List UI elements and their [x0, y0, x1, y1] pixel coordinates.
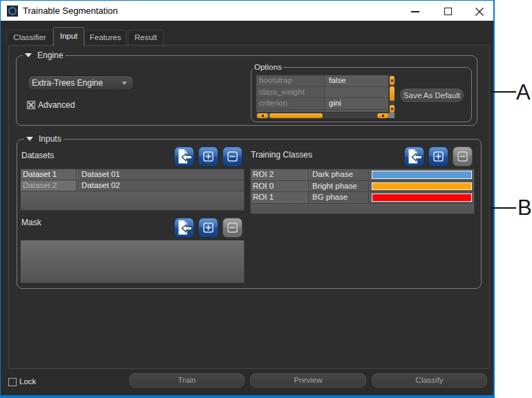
training-classes-table: ROI 2 Dark phase ROI 0 Bright phase ROI …	[250, 169, 475, 214]
dataset-value[interactable]: Dataset 01	[77, 169, 244, 180]
add-icon	[199, 218, 218, 237]
mask-table[interactable]	[20, 240, 245, 283]
color-swatch[interactable]	[372, 193, 472, 202]
close-button[interactable]	[466, 1, 493, 21]
horizontal-scroll-thumb[interactable]	[269, 113, 323, 118]
dropdown-arrow-icon	[122, 82, 127, 85]
datasets-add-button[interactable]	[198, 146, 218, 167]
class-name[interactable]: BG phase	[310, 192, 369, 203]
options-rows: bootstrap false class_weight criterion g…	[256, 75, 389, 113]
mask-add-button[interactable]	[198, 218, 218, 238]
table-row[interactable]: ROI 1 BG phase	[251, 192, 474, 204]
tab-result[interactable]: Result	[128, 30, 164, 45]
annotation-label-a: A	[516, 82, 532, 104]
option-value[interactable]: false	[325, 75, 389, 86]
mask-remove-button[interactable]	[222, 218, 243, 238]
mask-import-button[interactable]	[174, 218, 194, 238]
option-key[interactable]: bootstrap	[256, 75, 325, 86]
class-name[interactable]: Dark phase	[310, 169, 369, 180]
roi-name[interactable]: ROI 1	[251, 192, 309, 203]
remove-icon	[453, 147, 472, 166]
table-row[interactable]: ROI 2 Dark phase	[251, 169, 474, 181]
vertical-scroll-thumb[interactable]	[390, 86, 395, 101]
maximize-button[interactable]	[434, 1, 462, 21]
train-button[interactable]: Train	[129, 373, 245, 388]
inputs-group-title[interactable]: Inputs	[24, 134, 64, 144]
remove-icon	[223, 147, 242, 166]
save-as-default-button[interactable]: Save As Default	[399, 88, 464, 103]
roi-name[interactable]: ROI 2	[251, 169, 309, 180]
table-row[interactable]: Dataset 1 Dataset 01	[21, 169, 244, 180]
option-key[interactable]: criterion	[256, 98, 325, 109]
options-table: bootstrap false class_weight criterion g…	[256, 75, 395, 119]
table-row[interactable]: ROI 0 Bright phase	[251, 181, 474, 193]
class-color-cell[interactable]	[370, 192, 474, 203]
window-title: Trainable Segmentation	[23, 1, 118, 21]
app-window: Trainable Segmentation Classifier Input …	[0, 0, 495, 398]
add-icon	[199, 147, 218, 166]
tab-input[interactable]: Input	[53, 27, 84, 46]
horizontal-scrollbar[interactable]	[256, 112, 390, 118]
scroll-button-dot-icon	[382, 115, 384, 117]
mask-label: Mask	[21, 218, 41, 227]
scroll-button-dot-icon	[262, 115, 264, 117]
training-remove-button[interactable]	[453, 146, 473, 167]
scroll-button-dot-icon	[391, 79, 393, 82]
scroll-right-button[interactable]	[377, 113, 388, 118]
preview-button[interactable]: Preview	[250, 373, 366, 388]
table-row[interactable]: bootstrap false	[256, 75, 389, 87]
engine-group-title[interactable]: Engine	[23, 50, 65, 60]
roi-name[interactable]: ROI 0	[251, 181, 309, 192]
option-value[interactable]	[325, 87, 389, 98]
lock-checkbox[interactable]	[8, 378, 17, 386]
option-key[interactable]: class_weight	[256, 87, 325, 98]
datasets-table: Dataset 1 Dataset 01 Dataset 2 Dataset 0…	[20, 169, 245, 211]
tab-classifier[interactable]: Classifier	[6, 30, 53, 45]
color-swatch[interactable]	[372, 171, 472, 179]
dataset-name[interactable]: Dataset 1	[21, 169, 77, 180]
tab-features[interactable]: Features	[84, 30, 126, 45]
engine-select-value: Extra-Trees Engine	[32, 78, 103, 88]
class-color-cell[interactable]	[370, 181, 474, 192]
engine-group-label: Engine	[37, 50, 63, 60]
maximize-icon	[444, 8, 452, 15]
training-import-button[interactable]	[404, 146, 424, 167]
engine-select[interactable]: Extra-Trees Engine	[28, 75, 134, 91]
datasets-remove-button[interactable]	[222, 146, 243, 167]
app-icon-ring	[8, 7, 17, 15]
options-group-label: Options	[254, 63, 282, 71]
training-add-button[interactable]	[428, 146, 448, 167]
app-icon	[7, 6, 18, 17]
vertical-scrollbar[interactable]	[388, 75, 395, 113]
datasets-import-button[interactable]	[174, 146, 194, 167]
collapse-arrow-icon	[26, 137, 33, 141]
dataset-name[interactable]: Dataset 2	[21, 180, 77, 191]
titlebar: Trainable Segmentation	[1, 1, 493, 21]
class-name[interactable]: Bright phase	[310, 181, 369, 192]
scroll-down-button[interactable]	[390, 105, 395, 113]
inputs-group-label: Inputs	[39, 134, 61, 144]
table-row[interactable]: class_weight	[256, 87, 389, 99]
remove-icon	[223, 218, 242, 237]
import-document-icon	[175, 147, 193, 166]
classify-button[interactable]: Classify	[372, 373, 487, 388]
add-icon	[429, 147, 448, 166]
minimize-button[interactable]	[401, 1, 429, 21]
lock-label: Lock	[19, 377, 36, 386]
color-swatch[interactable]	[372, 182, 472, 191]
table-row[interactable]: Dataset 2 Dataset 02	[21, 180, 244, 191]
class-color-cell[interactable]	[370, 169, 474, 180]
options-group-title: Options	[253, 63, 283, 72]
import-document-icon	[405, 147, 424, 166]
scroll-left-button[interactable]	[257, 113, 268, 118]
advanced-checkbox[interactable]	[27, 101, 35, 109]
close-icon	[475, 8, 484, 16]
dataset-value[interactable]: Dataset 02	[77, 180, 244, 191]
scroll-up-button[interactable]	[390, 76, 395, 85]
table-row[interactable]: criterion gini	[256, 98, 389, 110]
import-document-icon	[175, 218, 193, 237]
annotation-label-b: B	[517, 197, 532, 219]
datasets-label: Datasets	[21, 151, 54, 160]
option-value[interactable]: gini	[325, 98, 389, 109]
annotation-line-b	[491, 207, 516, 209]
